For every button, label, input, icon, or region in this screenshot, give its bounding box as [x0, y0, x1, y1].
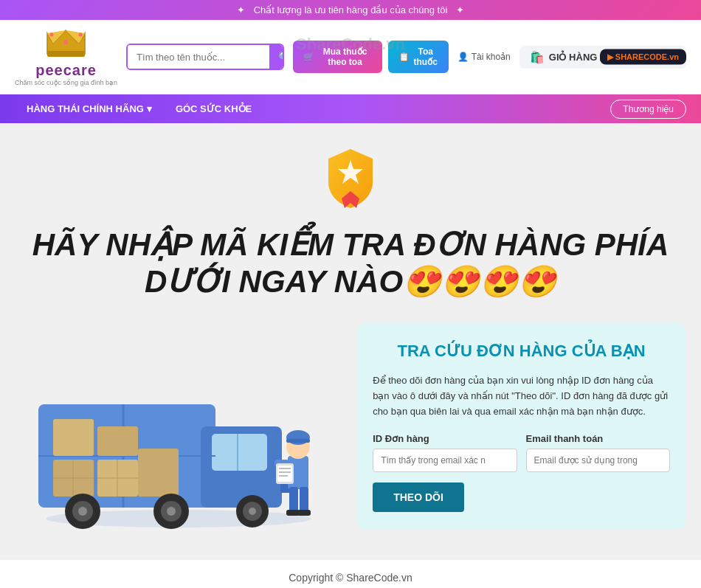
nav-item-hangthai[interactable]: HÀNG THÁI CHÍNH HÃNG ▾ — [15, 94, 164, 123]
navbar: HÀNG THÁI CHÍNH HÃNG ▾ GÓC SỨC KHỎE Thươ… — [0, 94, 701, 123]
buy-button-label: Mua thuốc theo toa — [318, 46, 371, 67]
footer: Copyright © ShareCode.vn — [0, 559, 701, 588]
logo-subtext: Chăm sóc cuộc sống gia đình bạn — [15, 79, 117, 86]
announcement-star-left: ✦ — [237, 4, 245, 15]
buy-button[interactable]: 🛒 Mua thuốc theo toa — [293, 41, 381, 73]
nav-hangthai-label: HÀNG THÁI CHÍNH HÃNG — [27, 103, 144, 114]
form-description: Để theo dõi đơn hàng của bạn xin vui lòn… — [373, 373, 670, 419]
prescription-button[interactable]: 📋 Toa thuốc — [388, 41, 449, 73]
account-icon: 👤 — [457, 52, 469, 62]
svg-point-4 — [63, 40, 68, 44]
svg-rect-45 — [289, 487, 298, 513]
search-input[interactable] — [128, 45, 269, 69]
form-panel: TRA CỨU ĐƠN HÀNG CỦA BẠN Để theo dõi đơn… — [356, 323, 686, 530]
cart-bag-icon: 🛍️ — [530, 50, 545, 64]
email-input[interactable] — [526, 449, 670, 472]
search-button[interactable]: 🔍 — [269, 45, 284, 69]
delivery-truck-illustration — [24, 338, 334, 530]
nav-item-gocsk[interactable]: GÓC SỨC KHỎE — [164, 94, 263, 123]
cart-label: GIỎ HÀNG / — [549, 52, 603, 63]
theo-doi-button[interactable]: THEO DÕI — [373, 482, 464, 512]
svg-rect-3 — [47, 51, 85, 57]
nav-right: Thương hiệu — [610, 100, 686, 119]
logo-area[interactable]: peecare Chăm sóc cuộc sống gia đình bạn — [15, 27, 117, 86]
sharecode-logo: ▶ SHARECODE.vn — [600, 49, 686, 65]
chevron-down-icon: ▾ — [147, 103, 152, 114]
header-actions: 🛒 Mua thuốc theo toa 📋 Toa thuốc — [293, 41, 448, 73]
account-link[interactable]: 👤 Tài khoản — [457, 52, 511, 62]
thuong-hieu-button[interactable]: Thương hiệu — [610, 100, 686, 119]
order-id-field: ID Đơn hàng — [373, 433, 517, 472]
svg-point-5 — [50, 33, 54, 37]
form-title: TRA CỨU ĐƠN HÀNG CỦA BẠN — [373, 341, 670, 362]
email-field: Email thanh toán — [526, 433, 670, 472]
main-content: HÃY NHẬP MÃ KIỂM TRA ĐƠN HÀNG PHÍA DƯỚI … — [0, 123, 701, 559]
heading-line1: HÃY NHẬP MÃ KIỂM TRA ĐƠN HÀNG PHÍA — [32, 227, 669, 262]
cart-icon: 🛒 — [303, 52, 314, 62]
svg-point-28 — [78, 507, 87, 516]
nav-gocsk-label: GÓC SỨC KHỎE — [176, 103, 252, 114]
order-id-label: ID Đơn hàng — [373, 433, 517, 444]
svg-rect-19 — [138, 449, 179, 497]
footer-text: Copyright © ShareCode.vn — [289, 572, 412, 584]
svg-rect-11 — [212, 434, 267, 471]
svg-point-34 — [249, 508, 256, 515]
logo-crown-icon — [46, 27, 86, 62]
prescription-button-label: Toa thuốc — [413, 46, 438, 67]
account-label: Tài khoản — [472, 52, 511, 62]
announcement-bar: ✦ Chất lượng là ưu tiên hàng đầu của chú… — [0, 0, 701, 20]
search-bar: 🔍 — [126, 44, 284, 70]
order-id-input[interactable] — [373, 449, 517, 472]
form-fields: ID Đơn hàng Email thanh toán — [373, 433, 670, 472]
award-icon-container — [15, 145, 686, 212]
svg-rect-38 — [286, 439, 310, 443]
award-icon — [321, 145, 380, 212]
illustration-col — [15, 323, 342, 544]
svg-rect-20 — [53, 419, 94, 456]
heading-line2: DƯỚI NGAY NÀO😍😍😍😍 — [145, 264, 556, 299]
announcement-star-right: ✦ — [456, 4, 464, 15]
main-heading: HÃY NHẬP MÃ KIỂM TRA ĐƠN HÀNG PHÍA DƯỚI … — [15, 226, 686, 301]
svg-rect-48 — [297, 510, 311, 516]
header: peecare Chăm sóc cuộc sống gia đình bạn … — [0, 20, 701, 94]
logo-brand: peecare — [35, 62, 97, 79]
svg-rect-46 — [300, 487, 308, 513]
svg-rect-21 — [97, 426, 138, 456]
announcement-text: Chất lượng là ưu tiên hàng đầu của chúng… — [254, 4, 448, 15]
email-label: Email thanh toán — [526, 433, 670, 444]
two-col-layout: TRA CỨU ĐƠN HÀNG CỦA BẠN Để theo dõi đơn… — [15, 323, 686, 544]
prescription-icon: 📋 — [398, 52, 410, 62]
svg-point-31 — [167, 507, 176, 516]
svg-point-6 — [79, 33, 83, 37]
